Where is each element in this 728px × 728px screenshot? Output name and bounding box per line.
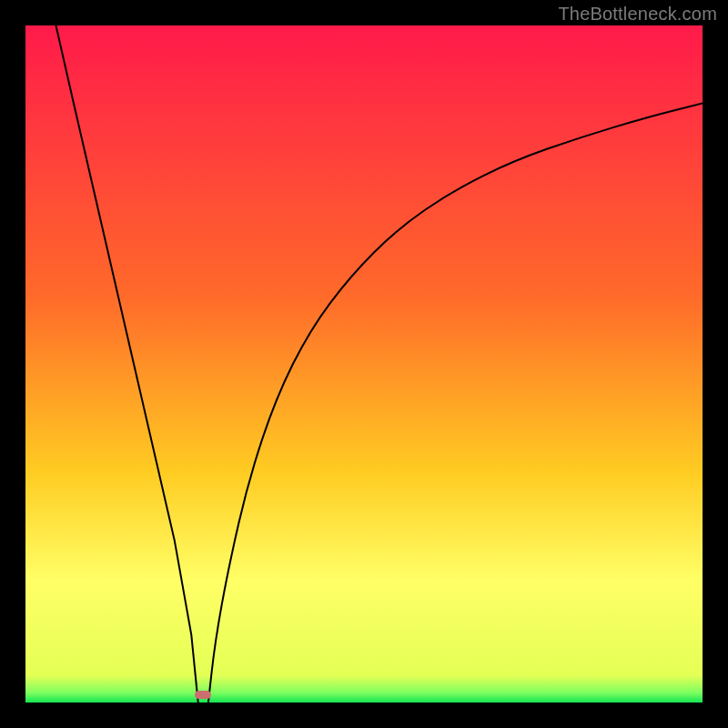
optimum-marker — [195, 691, 211, 700]
chart-area — [25, 25, 703, 703]
svg-rect-0 — [25, 25, 703, 703]
attribution-text: TheBottleneck.com — [558, 4, 717, 25]
background-gradient — [25, 25, 703, 703]
